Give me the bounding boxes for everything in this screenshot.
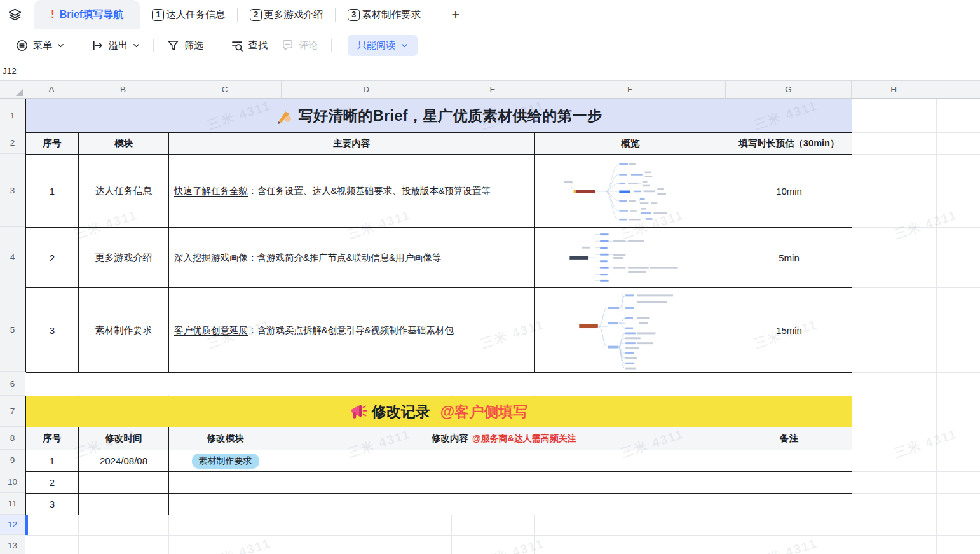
header-cell-content[interactable]: 主要内容 bbox=[169, 133, 535, 155]
row-header-12[interactable]: 12 bbox=[0, 515, 25, 535]
toolbar-divider bbox=[153, 39, 154, 52]
cell-content[interactable] bbox=[282, 494, 726, 515]
cell-content[interactable] bbox=[282, 450, 726, 472]
column-header-C[interactable]: C bbox=[168, 80, 282, 99]
row-header-2[interactable]: 2 bbox=[0, 132, 25, 154]
megaphone-icon bbox=[350, 403, 367, 420]
column-header-B[interactable]: B bbox=[78, 80, 168, 99]
row-header-5[interactable]: 5 bbox=[0, 287, 25, 372]
find-in-sheet-icon bbox=[231, 39, 243, 52]
cell-module[interactable] bbox=[169, 472, 282, 494]
cell-module[interactable]: 素材制作要求 bbox=[169, 450, 282, 472]
cell-no[interactable]: 3 bbox=[26, 288, 79, 373]
menu-button[interactable]: 菜单 bbox=[16, 39, 64, 52]
header-cell-no[interactable]: 序号 bbox=[26, 133, 79, 155]
header-cell-duration[interactable]: 填写时长预估（30min） bbox=[726, 133, 852, 155]
cell-date[interactable] bbox=[79, 494, 169, 515]
empty-merged-row[interactable] bbox=[26, 373, 851, 395]
row-header-8[interactable]: 8 bbox=[0, 427, 25, 450]
column-header-I[interactable]: I bbox=[936, 80, 980, 99]
table-title-cell[interactable]: 写好清晰的Brief，星广优质素材供给的第一步 bbox=[26, 99, 852, 133]
header-cell-module[interactable]: 模块 bbox=[79, 133, 169, 155]
cell-no[interactable]: 2 bbox=[26, 228, 79, 288]
cell-module[interactable] bbox=[169, 494, 282, 515]
cell-content[interactable]: 深入挖掘游戏画像：含游戏简介&推广节点&联动信息&用户画像等 bbox=[169, 228, 535, 288]
cell-date[interactable]: 2024/08/08 bbox=[79, 450, 169, 472]
watermark-text: 三米 4311 bbox=[205, 535, 273, 554]
select-all-corner[interactable] bbox=[0, 80, 25, 99]
mindmap-thumbnail-1[interactable] bbox=[557, 156, 704, 226]
tab-game-intro[interactable]: 2 更多游戏介绍 bbox=[238, 0, 335, 29]
content-link[interactable]: 客户优质创意延展 bbox=[174, 325, 248, 335]
column-header-D[interactable]: D bbox=[282, 80, 451, 99]
row-header-9[interactable]: 9 bbox=[0, 450, 25, 471]
alert-exclamation-icon: ! bbox=[51, 8, 55, 21]
cell-no[interactable]: 2 bbox=[26, 472, 79, 494]
column-header-G[interactable]: G bbox=[726, 80, 852, 99]
cell-date[interactable] bbox=[79, 472, 169, 494]
cell-duration[interactable]: 5min bbox=[726, 228, 852, 288]
mindmap-thumbnail-2[interactable] bbox=[567, 230, 694, 286]
readonly-label: 只能阅读 bbox=[357, 39, 395, 52]
row-header-3[interactable]: 3 bbox=[0, 154, 25, 227]
cell-overview[interactable] bbox=[535, 228, 726, 288]
module-tag[interactable]: 素材制作要求 bbox=[192, 454, 259, 469]
cell-overview[interactable] bbox=[535, 288, 726, 373]
chevron-down-icon bbox=[401, 42, 408, 49]
column-header-E[interactable]: E bbox=[451, 80, 534, 99]
header-cell-no[interactable]: 序号 bbox=[26, 427, 79, 450]
column-header-F[interactable]: F bbox=[534, 80, 726, 99]
gridline-horizontal bbox=[25, 535, 980, 536]
cell-remark[interactable] bbox=[726, 472, 852, 494]
change-log-banner[interactable]: 修改记录 @客户侧填写 bbox=[26, 396, 852, 427]
sheet-list-button[interactable] bbox=[0, 0, 29, 29]
tab-brief-nav[interactable]: ! Brief填写导航 bbox=[34, 0, 140, 29]
header-cell-remark[interactable]: 备注 bbox=[726, 427, 852, 450]
content-link[interactable]: 快速了解任务全貌 bbox=[174, 186, 248, 196]
content-link[interactable]: 深入挖掘游戏画像 bbox=[174, 253, 248, 263]
cell-module[interactable]: 达人任务信息 bbox=[79, 155, 169, 228]
comment-button[interactable]: 评论 bbox=[282, 39, 318, 52]
row-header-13[interactable]: 13 bbox=[0, 535, 25, 554]
row-header-6[interactable]: 6 bbox=[0, 372, 25, 396]
name-box[interactable]: J12 bbox=[0, 62, 27, 80]
column-header-A[interactable]: A bbox=[25, 80, 78, 99]
cell-content[interactable] bbox=[282, 472, 726, 494]
cell-overview[interactable] bbox=[535, 155, 726, 228]
cell-no[interactable]: 1 bbox=[26, 450, 79, 472]
column-header-H[interactable]: H bbox=[852, 80, 936, 99]
cell-duration[interactable]: 15min bbox=[726, 288, 852, 373]
add-sheet-button[interactable]: + bbox=[442, 0, 469, 29]
find-button[interactable]: 查找 bbox=[231, 39, 268, 52]
cell-no[interactable]: 3 bbox=[26, 494, 79, 515]
filter-label: 筛选 bbox=[184, 39, 203, 52]
row-header-11[interactable]: 11 bbox=[0, 493, 25, 515]
row-header-4[interactable]: 4 bbox=[0, 227, 25, 287]
cell-remark[interactable] bbox=[726, 450, 852, 472]
header-cell-date[interactable]: 修改时间 bbox=[79, 427, 169, 450]
row-header-1[interactable]: 1 bbox=[0, 99, 25, 132]
mindmap-thumbnail-3[interactable] bbox=[578, 289, 683, 371]
selection-indicator-bar bbox=[25, 515, 28, 535]
filter-button[interactable]: 筛选 bbox=[167, 39, 203, 52]
cell-module[interactable]: 素材制作要求 bbox=[79, 288, 169, 373]
header-cell-module[interactable]: 修改模块 bbox=[169, 427, 282, 450]
readonly-mode-button[interactable]: 只能阅读 bbox=[348, 35, 418, 56]
overflow-button[interactable]: 溢出 bbox=[92, 39, 140, 52]
cell-duration[interactable]: 10min bbox=[726, 155, 852, 228]
header-cell-content[interactable]: 修改内容 @服务商&达人需高频关注 bbox=[282, 427, 726, 450]
cell-module[interactable]: 更多游戏介绍 bbox=[79, 228, 169, 288]
find-label: 查找 bbox=[248, 39, 268, 52]
cell-no[interactable]: 1 bbox=[26, 155, 79, 228]
cell-content[interactable]: 客户优质创意延展：含游戏卖点拆解&创意引导&视频制作基础素材包 bbox=[169, 288, 535, 373]
tab-material-req[interactable]: 3 素材制作要求 bbox=[336, 0, 433, 29]
row-header-10[interactable]: 10 bbox=[0, 471, 25, 493]
tab-task-info[interactable]: 1 达人任务信息 bbox=[140, 0, 237, 29]
cell-remark[interactable] bbox=[726, 494, 852, 515]
menu-label: 菜单 bbox=[33, 39, 52, 52]
content-rest: ：含任务设置、达人&视频基础要求、投放版本&预算设置等 bbox=[248, 186, 491, 196]
cell-content[interactable]: 快速了解任务全貌：含任务设置、达人&视频基础要求、投放版本&预算设置等 bbox=[169, 155, 535, 228]
watermark-text: 三米 4311 bbox=[892, 426, 959, 462]
row-header-7[interactable]: 7 bbox=[0, 396, 25, 427]
header-cell-overview[interactable]: 概览 bbox=[535, 133, 726, 155]
